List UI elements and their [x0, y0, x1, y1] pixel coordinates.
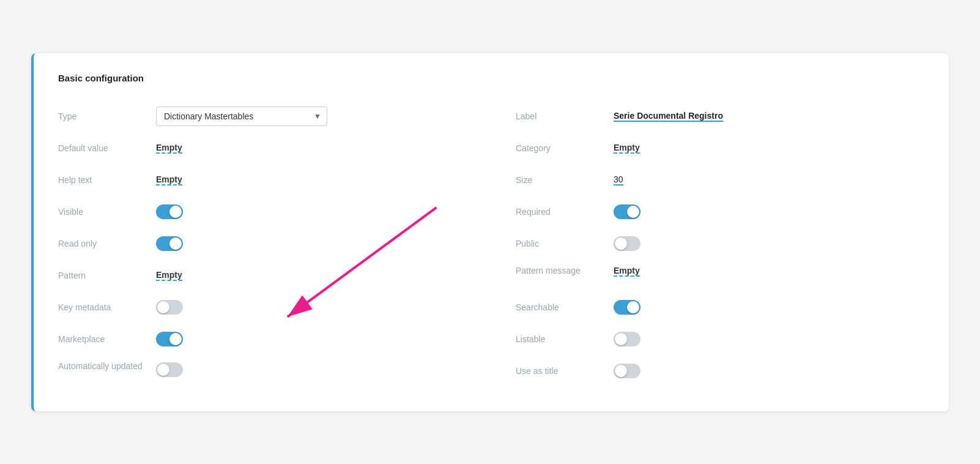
public-label: Public — [516, 239, 614, 249]
visible-row: Visible — [58, 196, 467, 228]
default-value-field[interactable]: Empty — [156, 143, 182, 154]
listable-label: Listable — [516, 334, 614, 344]
type-select[interactable]: Dictionary Mastertables — [156, 107, 327, 126]
config-grid: Type Dictionary Mastertables ▼ Default v… — [58, 100, 924, 387]
use-as-title-row: Use as title — [516, 355, 924, 387]
read-only-toggle[interactable] — [156, 236, 183, 251]
required-row: Required — [516, 196, 924, 228]
basic-config-card: Basic configuration Type Dictionary Mast… — [31, 53, 949, 411]
size-value[interactable]: 30 — [614, 174, 623, 185]
pattern-message-label: Pattern message — [516, 266, 614, 275]
searchable-toggle[interactable] — [614, 300, 640, 315]
use-as-title-toggle[interactable] — [614, 364, 640, 378]
right-column: Label Serie Documental Registro Category… — [516, 100, 924, 387]
public-toggle[interactable] — [614, 236, 640, 251]
listable-toggle[interactable] — [614, 332, 640, 346]
help-text-row: Help text Empty — [58, 164, 467, 196]
key-metadata-row: Key metadata — [58, 291, 467, 323]
pattern-message-field[interactable]: Empty — [614, 266, 640, 277]
searchable-row: Searchable — [516, 291, 924, 323]
listable-row: Listable — [516, 323, 924, 355]
label-row: Label Serie Documental Registro — [516, 100, 924, 132]
field-label-label: Label — [516, 111, 614, 121]
default-value-row: Default value Empty — [58, 132, 467, 164]
size-row: Size 30 — [516, 164, 924, 196]
category-label: Category — [516, 143, 614, 153]
type-label: Type — [58, 111, 156, 121]
use-as-title-label: Use as title — [516, 366, 614, 376]
key-metadata-toggle[interactable] — [156, 300, 183, 315]
label-value[interactable]: Serie Documental Registro — [614, 111, 723, 122]
section-title: Basic configuration — [58, 73, 924, 83]
key-metadata-label: Key metadata — [58, 302, 156, 312]
marketplace-toggle[interactable] — [156, 332, 183, 346]
visible-toggle[interactable] — [156, 204, 183, 219]
category-field[interactable]: Empty — [614, 143, 640, 154]
auto-updated-label: Automatically updated — [58, 361, 156, 371]
help-text-field[interactable]: Empty — [156, 174, 182, 185]
required-label: Required — [516, 207, 614, 217]
type-select-wrapper[interactable]: Dictionary Mastertables ▼ — [156, 107, 327, 126]
pattern-message-row: Pattern message Empty — [516, 260, 924, 291]
visible-label: Visible — [58, 207, 156, 217]
type-row: Type Dictionary Mastertables ▼ — [58, 100, 467, 132]
default-value-label: Default value — [58, 143, 156, 153]
searchable-label: Searchable — [516, 302, 614, 312]
left-column: Type Dictionary Mastertables ▼ Default v… — [58, 100, 467, 387]
category-row: Category Empty — [516, 132, 924, 164]
auto-updated-row: Automatically updated — [58, 355, 467, 387]
marketplace-label: Marketplace — [58, 334, 156, 344]
read-only-row: Read only — [58, 228, 467, 260]
size-label: Size — [516, 175, 614, 185]
marketplace-row: Marketplace — [58, 323, 467, 355]
read-only-label: Read only — [58, 239, 156, 249]
required-toggle[interactable] — [614, 204, 640, 219]
pattern-field[interactable]: Empty — [156, 270, 182, 281]
help-text-label: Help text — [58, 175, 156, 185]
public-row: Public — [516, 228, 924, 260]
auto-updated-toggle[interactable] — [156, 362, 183, 377]
pattern-row: Pattern Empty — [58, 260, 467, 291]
pattern-label: Pattern — [58, 271, 156, 280]
